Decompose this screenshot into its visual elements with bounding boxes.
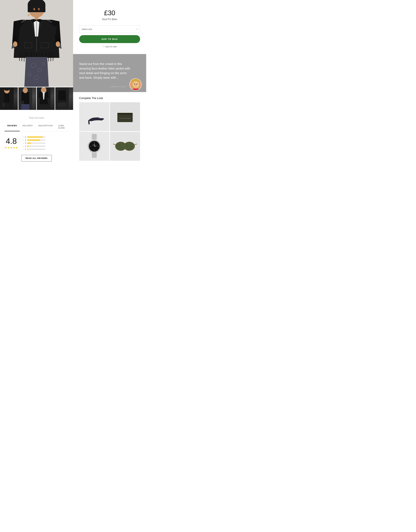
look-item-shoes[interactable] bbox=[79, 102, 109, 131]
description-text: Stand out from the crowd in this amazing… bbox=[79, 62, 131, 80]
main-product-image bbox=[0, 0, 73, 87]
rating-number: 4.8 bbox=[6, 137, 17, 145]
jacket-image-art bbox=[0, 0, 73, 87]
bar-fill-2 bbox=[27, 146, 29, 147]
bar-num-1: 1 bbox=[25, 148, 26, 150]
product-price: £30 bbox=[79, 9, 140, 17]
sunglasses-image bbox=[110, 132, 140, 161]
bar-num-3: 3 bbox=[25, 142, 26, 144]
find-out-more-text: Find out more bbox=[5, 117, 68, 119]
bar-fill-5 bbox=[27, 136, 43, 138]
bar-star-icon: ☆ bbox=[22, 148, 24, 150]
svg-rect-88 bbox=[117, 113, 133, 115]
add-to-bag-button[interactable]: ADD TO BAG bbox=[79, 35, 140, 43]
bar-fill-1 bbox=[27, 149, 28, 150]
left-column: Find out more REVIEWS DELIVERY DESCRIPTI… bbox=[0, 0, 73, 168]
size-selector-label: Select size bbox=[82, 28, 92, 30]
wallet-image: EMPORIO ARMANI bbox=[110, 102, 140, 131]
svg-point-12 bbox=[48, 20, 48, 21]
rating-overview: 4.8 ★ ★ ★ ★ ★ ☆ 5 bbox=[5, 136, 68, 150]
thumbnail-2[interactable] bbox=[37, 87, 55, 110]
svg-line-41 bbox=[53, 52, 53, 61]
bar-fill-3 bbox=[27, 142, 31, 144]
svg-point-48 bbox=[56, 41, 60, 47]
size-selector[interactable]: Select size › bbox=[79, 25, 140, 33]
rating-bars: ☆ 5 ☆ 4 ☆ 3 bbox=[22, 136, 68, 150]
star-4: ★ bbox=[13, 146, 15, 149]
svg-point-52 bbox=[28, 14, 29, 16]
thumbnail-1[interactable] bbox=[19, 87, 36, 110]
save-for-later[interactable]: ♡ Save for later bbox=[79, 45, 140, 48]
save-for-later-label: Save for later bbox=[105, 46, 117, 48]
svg-point-4 bbox=[33, 8, 35, 10]
bar-row-4: ☆ 4 bbox=[22, 139, 68, 141]
svg-rect-92 bbox=[92, 134, 97, 139]
svg-point-5 bbox=[38, 8, 40, 10]
look-item-watch[interactable]: VERSACE bbox=[79, 132, 109, 161]
bar-row-1: ☆ 1 bbox=[22, 148, 68, 150]
svg-point-110 bbox=[121, 147, 123, 148]
heart-icon: ♡ bbox=[102, 45, 104, 48]
bar-track-5 bbox=[27, 136, 45, 138]
description-box: Stand out from the crowd in this amazing… bbox=[73, 54, 146, 92]
shoes-image bbox=[79, 102, 109, 131]
stylist-avatar bbox=[129, 78, 142, 91]
thumbnail-row bbox=[0, 87, 73, 111]
svg-point-11 bbox=[49, 20, 50, 21]
star-5: ★ bbox=[16, 146, 18, 149]
svg-point-106 bbox=[124, 142, 135, 151]
reviews-section: Find out more REVIEWS DELIVERY DESCRIPTI… bbox=[0, 111, 73, 168]
read-all-reviews-button[interactable]: READ ALL REVIEWS bbox=[21, 155, 52, 162]
svg-point-9 bbox=[25, 20, 26, 21]
svg-point-10 bbox=[50, 22, 51, 22]
watch-image: VERSACE bbox=[79, 132, 109, 161]
tab-care-guide[interactable]: CARE GUIDE bbox=[55, 123, 68, 131]
right-column: £30 Stud PU Biker Select size › ADD TO B… bbox=[73, 0, 146, 168]
bar-star-icon: ☆ bbox=[22, 136, 24, 138]
svg-point-112 bbox=[130, 146, 132, 148]
look-item-sunglasses[interactable] bbox=[110, 132, 140, 161]
stars-row: ★ ★ ★ ★ ★ bbox=[5, 146, 18, 149]
bar-track-2 bbox=[27, 146, 45, 147]
svg-text:EMPORIO ARMANI: EMPORIO ARMANI bbox=[120, 118, 130, 119]
tab-description[interactable]: DESCRIPTION bbox=[36, 123, 55, 131]
tab-reviews[interactable]: REVIEWS bbox=[5, 123, 20, 131]
bar-track-3 bbox=[27, 142, 45, 144]
complete-look-title: Complete The Look bbox=[79, 97, 140, 100]
svg-line-39 bbox=[48, 52, 49, 61]
tab-delivery[interactable]: DELIVERY bbox=[20, 123, 36, 131]
bar-star-icon: ☆ bbox=[22, 142, 24, 144]
svg-point-8 bbox=[23, 20, 24, 21]
rating-big: 4.8 ★ ★ ★ ★ ★ bbox=[5, 137, 18, 149]
svg-point-7 bbox=[22, 22, 22, 22]
svg-rect-85 bbox=[82, 107, 106, 127]
svg-point-83 bbox=[134, 84, 135, 85]
chevron-right-icon: › bbox=[136, 28, 137, 31]
bar-row-3: ☆ 3 bbox=[22, 142, 68, 144]
complete-look-section: Complete The Look bbox=[79, 92, 140, 161]
svg-rect-93 bbox=[92, 152, 97, 158]
product-name: Stud PU Biker bbox=[79, 18, 140, 21]
svg-rect-3 bbox=[28, 5, 45, 12]
bar-track-1 bbox=[27, 149, 45, 150]
look-grid: EMPORIO ARMANI bbox=[79, 102, 140, 161]
star-2: ★ bbox=[7, 146, 10, 149]
bar-row-2: ☆ 2 bbox=[22, 145, 68, 147]
svg-point-47 bbox=[13, 41, 17, 47]
svg-line-29 bbox=[24, 52, 24, 61]
svg-line-27 bbox=[19, 52, 20, 61]
thumbnail-3[interactable] bbox=[55, 87, 73, 110]
svg-line-40 bbox=[51, 52, 51, 61]
svg-point-111 bbox=[127, 145, 129, 146]
tabs-row: REVIEWS DELIVERY DESCRIPTION CARE GUIDE bbox=[5, 123, 68, 131]
look-item-wallet[interactable]: EMPORIO ARMANI bbox=[110, 102, 140, 131]
bar-num-2: 2 bbox=[25, 145, 26, 147]
bar-row-5: ☆ 5 bbox=[22, 136, 68, 138]
svg-line-28 bbox=[22, 52, 22, 61]
star-1: ★ bbox=[5, 146, 7, 149]
thumbnail-0[interactable] bbox=[0, 87, 18, 110]
bar-star-icon: ☆ bbox=[22, 145, 24, 147]
svg-point-109 bbox=[118, 144, 120, 146]
bar-star-icon: ☆ bbox=[22, 139, 24, 141]
bar-track-4 bbox=[27, 140, 45, 141]
